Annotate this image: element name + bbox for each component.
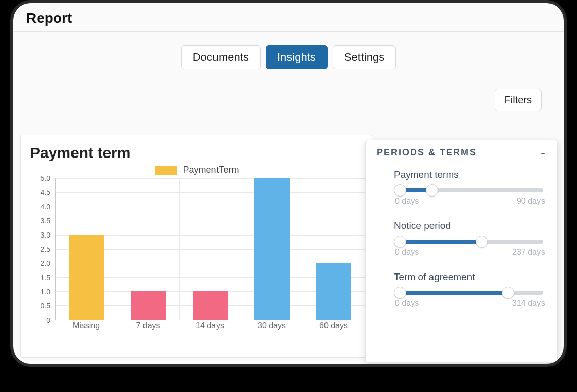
x-tick-label: 14 days (196, 321, 224, 330)
slider-max-label: 237 days (512, 248, 545, 257)
slider-label: Notice period (394, 220, 546, 231)
panel-title: Periods & Terms (377, 147, 477, 158)
slider-handle-low[interactable] (394, 287, 406, 299)
x-tick-label: Missing (73, 321, 100, 330)
tab-documents[interactable]: Documents (181, 45, 261, 69)
slider-handle-high[interactable] (426, 184, 438, 197)
gridline-v (241, 178, 241, 320)
slider-handle-low[interactable] (394, 236, 406, 248)
slider-handle-low[interactable] (394, 184, 406, 197)
slider-max-label: 314 days (512, 299, 545, 308)
slider-range-labels: 0 days314 days (394, 299, 546, 308)
slider-min-label: 0 days (395, 299, 419, 308)
chart-bar[interactable] (193, 291, 228, 320)
tab-settings[interactable]: Settings (333, 45, 396, 69)
panel-periods-terms: Periods & Terms - Payment terms0 days90 … (365, 140, 558, 363)
slider-group: Term of agreement0 days314 days (377, 263, 546, 314)
slider-label: Term of agreement (394, 271, 546, 283)
y-tick: 0 (46, 316, 50, 324)
slider-fill (400, 240, 482, 244)
y-tick: 4.0 (41, 203, 50, 211)
slider-label: Payment terms (394, 169, 546, 180)
y-tick: 3.0 (41, 231, 50, 239)
y-tick: 5.0 (41, 174, 50, 182)
legend-swatch (155, 166, 177, 175)
chart-legend: PaymentTerm (30, 165, 365, 175)
chart-bar[interactable] (316, 263, 351, 320)
slider-group: Payment terms0 days90 days (377, 161, 546, 212)
panel-collapse-button[interactable]: - (540, 149, 546, 156)
chart-bar[interactable] (69, 235, 104, 320)
slider-track[interactable] (397, 188, 543, 192)
y-axis: 00.51.01.52.02.53.03.54.04.55.0 (33, 178, 53, 320)
slider-handle-high[interactable] (476, 236, 488, 248)
y-tick: 2.5 (41, 245, 50, 253)
y-tick: 1.0 (41, 288, 50, 296)
tab-bar: Documents Insights Settings (13, 32, 564, 74)
gridline-h (56, 320, 365, 320)
tab-insights[interactable]: Insights (266, 45, 328, 69)
slider-track[interactable] (397, 240, 543, 244)
gridline-v (303, 178, 303, 320)
chart-card-payment-term: Payment term PaymentTerm 00.51.01.52.02.… (20, 135, 372, 358)
gridline-h (56, 221, 365, 221)
x-tick-label: 30 days (258, 321, 286, 330)
chart-title: Payment term (30, 144, 365, 162)
slider-handle-high[interactable] (502, 287, 514, 299)
slider-min-label: 0 days (395, 248, 419, 257)
slider-min-label: 0 days (395, 197, 419, 206)
chart-bar[interactable] (254, 178, 290, 320)
slider-range-labels: 0 days90 days (394, 197, 546, 206)
legend-label: PaymentTerm (183, 165, 239, 175)
gridline-h (56, 207, 365, 207)
y-tick: 1.5 (41, 273, 50, 282)
slider-max-label: 90 days (517, 197, 545, 206)
chart-area: 00.51.01.52.02.53.03.54.04.55.0 Missing7… (33, 178, 365, 330)
gridline-v (118, 178, 118, 320)
slider-range-labels: 0 days237 days (394, 248, 546, 257)
app-screen: Report Documents Insights Settings Filte… (13, 3, 564, 364)
slider-group: Notice period0 days237 days (377, 212, 546, 263)
chart-plot (55, 178, 365, 320)
filters-button[interactable]: Filters (495, 89, 542, 111)
y-tick: 3.5 (41, 217, 50, 225)
filters-row: Filters (13, 74, 564, 116)
y-tick: 2.0 (41, 259, 50, 267)
y-tick: 0.5 (41, 302, 50, 310)
gridline-v (179, 178, 180, 320)
y-tick: 4.5 (41, 188, 50, 197)
x-tick-label: 7 days (136, 321, 160, 330)
gridline-h (56, 192, 365, 193)
slider-track[interactable] (397, 291, 543, 295)
gridline-h (56, 178, 365, 179)
slider-fill (400, 291, 508, 295)
x-tick-label: 60 days (319, 321, 348, 330)
x-axis-labels: Missing7 days14 days30 days60 days (55, 321, 365, 333)
page-title: Report (13, 3, 564, 31)
chart-bar[interactable] (131, 291, 166, 320)
